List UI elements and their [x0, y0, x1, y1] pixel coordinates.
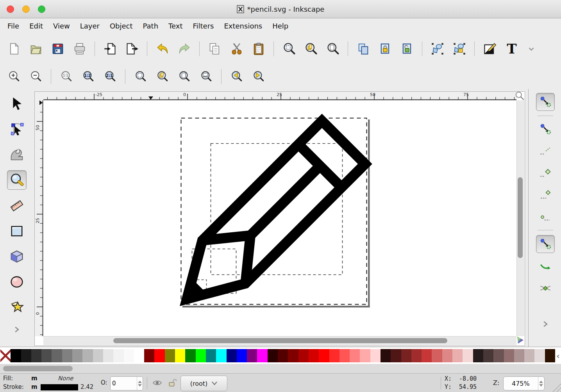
open-document-button[interactable] — [25, 40, 47, 58]
tool-measure[interactable] — [7, 196, 26, 215]
zoom-next-button[interactable] — [248, 68, 270, 86]
menu-edit[interactable]: Edit — [24, 20, 48, 32]
palette-swatch[interactable] — [288, 349, 298, 362]
zoom-2-1-button[interactable]: 2:1 — [99, 68, 121, 86]
menu-layer[interactable]: Layer — [75, 20, 105, 32]
palette-swatch[interactable] — [237, 349, 247, 362]
tool-selector[interactable] — [7, 94, 26, 113]
snap-bbox-edges-button[interactable] — [536, 143, 554, 160]
palette-swatch[interactable] — [339, 349, 350, 362]
palette-swatch[interactable] — [534, 349, 545, 362]
palette-swatch[interactable] — [360, 349, 370, 362]
palette-swatch[interactable] — [62, 349, 72, 362]
palette-swatch[interactable] — [113, 349, 123, 362]
palette-swatch-none[interactable] — [0, 349, 11, 362]
palette-swatch[interactable] — [11, 349, 21, 362]
create-clone-button[interactable] — [374, 40, 396, 58]
unlink-clone-button[interactable] — [396, 40, 418, 58]
palette-swatch[interactable] — [391, 349, 401, 362]
ruler-corner-zoom-icon[interactable] — [515, 91, 525, 101]
menu-help[interactable]: Help — [267, 20, 293, 32]
palette-swatch[interactable] — [442, 349, 452, 362]
snap-bbox-corners-button[interactable] — [536, 164, 554, 182]
layer-selector[interactable]: (root) — [180, 376, 227, 391]
menu-path[interactable]: Path — [138, 20, 164, 32]
snap-path-intersections-button[interactable] — [536, 280, 554, 297]
palette-swatch[interactable] — [268, 349, 278, 362]
palette-swatch[interactable] — [41, 349, 52, 362]
tool-ellipse[interactable] — [7, 273, 26, 291]
palette-swatch[interactable] — [257, 349, 267, 362]
fill-indicator[interactable]: m — [31, 375, 38, 382]
paste-button[interactable] — [248, 40, 270, 58]
zoom-selection-button[interactable] — [130, 68, 152, 86]
palette-swatch[interactable] — [381, 349, 391, 362]
palette-swatch[interactable] — [504, 349, 514, 362]
palette-scrollbar-thumb[interactable] — [3, 366, 73, 371]
palette-swatch[interactable] — [432, 349, 442, 362]
pencil-drawing[interactable] — [161, 121, 365, 325]
palette-swatch[interactable] — [154, 349, 164, 362]
palette-swatch[interactable] — [493, 349, 504, 362]
fill-and-stroke-button[interactable] — [479, 40, 501, 58]
canvas[interactable] — [43, 100, 516, 336]
tool-tweak[interactable] — [7, 145, 26, 164]
print-button[interactable] — [69, 40, 91, 58]
window-resize-grip[interactable] — [549, 381, 561, 392]
palette-swatch[interactable] — [514, 349, 524, 362]
horizontal-ruler[interactable]: -250255075 — [43, 92, 516, 100]
palette-scrollbar[interactable] — [0, 364, 561, 373]
palette-swatch[interactable] — [196, 349, 206, 362]
group-button[interactable] — [427, 40, 448, 58]
palette-swatch[interactable] — [350, 349, 360, 362]
palette-swatch[interactable] — [206, 349, 216, 362]
palette-swatch[interactable] — [401, 349, 411, 362]
opacity-spinbox[interactable] — [110, 376, 143, 390]
palette-swatch[interactable] — [329, 349, 339, 362]
palette-swatch[interactable] — [463, 349, 473, 362]
zoom-to-page-button[interactable] — [322, 40, 344, 58]
palette-swatch[interactable] — [483, 349, 493, 362]
vertical-ruler[interactable]: 50250 — [35, 100, 43, 336]
ungroup-button[interactable] — [448, 40, 470, 58]
palette-swatch[interactable] — [175, 349, 185, 362]
palette-swatch[interactable] — [545, 349, 555, 362]
menu-filters[interactable]: Filters — [188, 20, 219, 32]
opacity-input[interactable] — [111, 380, 137, 387]
zoom-page-width-button[interactable] — [195, 68, 217, 86]
stroke-width-value[interactable]: 2.42 — [80, 383, 93, 390]
palette-swatch[interactable] — [82, 349, 93, 362]
palette-swatch[interactable] — [165, 349, 175, 362]
toolbar-overflow-button[interactable] — [523, 40, 540, 58]
zoom-page-button[interactable] — [173, 68, 195, 86]
palette-swatch[interactable] — [216, 349, 226, 362]
zoom-to-drawing-button[interactable] — [300, 40, 322, 58]
cut-button[interactable] — [226, 40, 248, 58]
snap-toolbar-overflow[interactable] — [541, 320, 549, 330]
palette-swatch[interactable] — [452, 349, 463, 362]
palette-swatch[interactable] — [309, 349, 319, 362]
palette-swatch[interactable] — [103, 349, 113, 362]
palette-swatch[interactable] — [473, 349, 483, 362]
vertical-scrollbar[interactable] — [516, 100, 524, 336]
snap-nodes-button[interactable] — [536, 235, 555, 253]
zoom-previous-button[interactable] — [226, 68, 248, 86]
snap-to-paths-button[interactable] — [536, 258, 554, 275]
palette-swatch[interactable] — [524, 349, 534, 362]
zoom-input[interactable] — [504, 380, 538, 387]
palette-swatch[interactable] — [93, 349, 103, 362]
palette-swatch[interactable] — [370, 349, 381, 362]
palette-swatch[interactable] — [319, 349, 329, 362]
zoom-in-button[interactable] — [3, 68, 25, 86]
menu-view[interactable]: View — [48, 20, 75, 32]
fill-value[interactable]: None — [58, 375, 73, 382]
redo-button[interactable] — [173, 40, 195, 58]
palette-swatch[interactable] — [124, 349, 134, 362]
import-button[interactable] — [99, 40, 121, 58]
palette-swatch[interactable] — [185, 349, 195, 362]
undo-button[interactable] — [152, 40, 173, 58]
zoom-out-button[interactable] — [25, 68, 47, 86]
palette-swatch[interactable] — [72, 349, 82, 362]
zoom-spin-arrows[interactable] — [538, 377, 544, 390]
layer-visibility-toggle[interactable] — [152, 378, 162, 389]
